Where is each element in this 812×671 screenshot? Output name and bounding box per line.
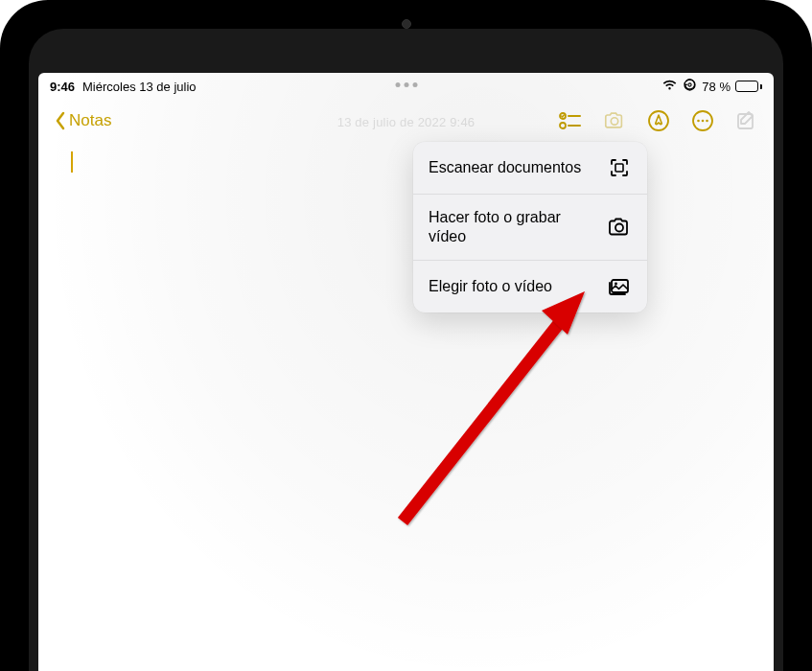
status-date: Miércoles 13 de julio [82, 80, 197, 94]
ipad-bezel: 9:46 Miércoles 13 de julio 78 % [29, 29, 783, 671]
rotation-lock-icon [683, 78, 697, 95]
multitask-dots[interactable] [395, 82, 417, 87]
screen: 9:46 Miércoles 13 de julio 78 % [38, 73, 774, 671]
popover-item-take-photo[interactable]: Hacer foto o grabar vídeo [413, 195, 647, 261]
status-left: 9:46 Miércoles 13 de julio [50, 80, 197, 94]
svg-rect-13 [615, 164, 623, 172]
wifi-icon [661, 79, 678, 94]
note-timestamp: 13 de julio de 2022 9:46 [38, 115, 774, 129]
popover-item-scan[interactable]: Escanear documentos [413, 142, 647, 195]
ipad-frame: 9:46 Miércoles 13 de julio 78 % [0, 0, 812, 671]
battery-percent: 78 % [702, 80, 731, 94]
text-cursor [71, 151, 73, 173]
scan-icon [607, 155, 632, 180]
device-camera [402, 19, 411, 29]
popover-item-label: Escanear documentos [429, 158, 581, 177]
status-time: 9:46 [50, 80, 75, 94]
gallery-icon [607, 274, 632, 299]
status-bar: 9:46 Miércoles 13 de julio 78 % [38, 73, 774, 96]
battery-icon [735, 81, 762, 92]
camera-popover: Escanear documentos Hacer foto o grabar … [413, 142, 647, 312]
popover-item-label: Hacer foto o grabar vídeo [429, 208, 582, 246]
status-right: 78 % [661, 78, 762, 95]
camera-icon [607, 215, 632, 240]
svg-point-14 [615, 224, 623, 232]
svg-point-16 [615, 283, 617, 286]
popover-item-choose[interactable]: Elegir foto o vídeo [413, 261, 647, 312]
popover-item-label: Elegir foto o vídeo [429, 277, 552, 296]
note-body[interactable]: 13 de julio de 2022 9:46 [38, 142, 774, 640]
